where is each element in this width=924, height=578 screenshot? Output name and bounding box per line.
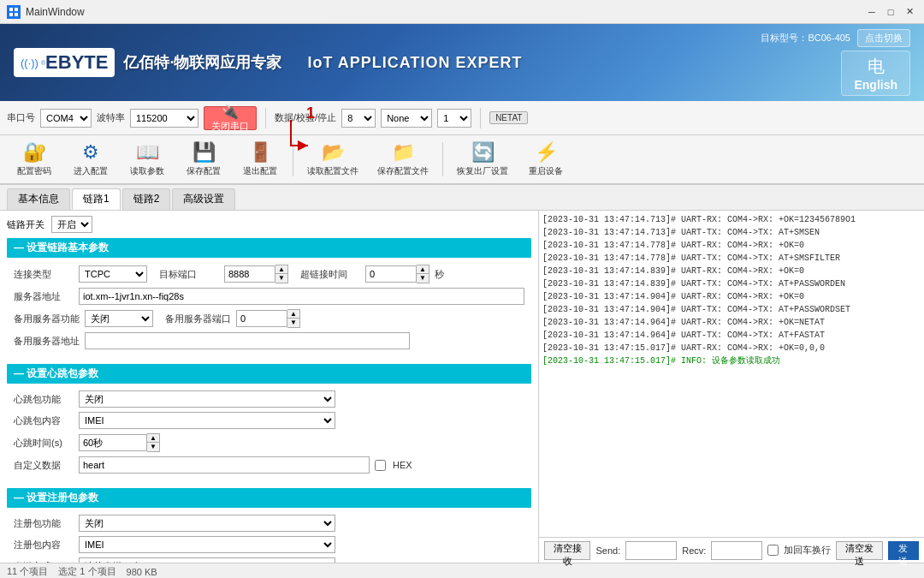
app-icon <box>7 5 21 19</box>
signal-icon: ((·)) <box>21 57 38 69</box>
left-panel: 链路开关 开启 关闭 — 设置链路基本参数 连接类型 TCPC 目标端口 ▲ <box>0 211 539 563</box>
stop-select[interactable]: 1 <box>437 109 471 128</box>
tab-advanced[interactable]: 高级设置 <box>172 188 235 210</box>
log-line: [2023-10-31 13:47:14.904]# UART-RX: COM4… <box>542 291 921 303</box>
section1-header: — 设置链路基本参数 <box>7 238 531 258</box>
netat-badge: NETAT <box>489 111 528 124</box>
timeout-input[interactable] <box>365 265 417 283</box>
heartbeat-content-select[interactable]: IMEI <box>79 412 335 429</box>
custom-data-label: 自定义数据 <box>14 459 74 472</box>
loopback-checkbox[interactable] <box>767 545 779 556</box>
timeout-spinner: ▲ ▼ <box>365 265 429 283</box>
send-method-row: 发送方式 连接发送一次 <box>14 557 524 563</box>
log-line: [2023-10-31 13:47:14.964]# UART-TX: COM4… <box>542 330 921 342</box>
custom-data-hex-checkbox[interactable] <box>375 460 386 471</box>
send-method-label: 发送方式 <box>14 560 74 563</box>
read-file-label: 读取配置文件 <box>307 165 358 177</box>
window-controls: ─ □ ✕ <box>864 4 917 20</box>
save-file-button[interactable]: 📁 保存配置文件 <box>369 139 437 180</box>
send-label: Send: <box>595 545 620 556</box>
connection-type-label: 连接类型 <box>14 268 74 281</box>
clear-recv-button[interactable]: 清空接收 <box>544 541 590 560</box>
send-method-select[interactable]: 连接发送一次 <box>79 557 335 563</box>
log-line: [2023-10-31 13:47:14.904]# UART-TX: COM4… <box>542 304 921 316</box>
read-file-button[interactable]: 📂 读取配置文件 <box>299 139 367 180</box>
logo-area: ((·)) ® EBYTE 亿佰特·物联网应用专家 IoT APPLICATIO… <box>14 48 523 77</box>
exit-config-button[interactable]: 🚪 退出配置 <box>233 139 287 180</box>
read-file-icon: 📂 <box>322 141 345 164</box>
target-port-up[interactable]: ▲ <box>275 265 287 274</box>
backup-port-btns: ▲ ▼ <box>287 309 300 328</box>
minimize-button[interactable]: ─ <box>864 4 880 20</box>
timeout-down[interactable]: ▼ <box>417 274 429 283</box>
target-port-input[interactable] <box>224 265 275 283</box>
close-port-btn-wrap: 🔌 关闭串口 <box>204 106 257 130</box>
tabs-area: 基本信息 链路1 链路2 高级设置 <box>0 185 924 211</box>
log-line: [2023-10-31 13:47:14.839]# UART-TX: COM4… <box>542 278 921 290</box>
reg-content-select[interactable]: IMEI <box>79 536 335 553</box>
reg-func-select[interactable]: 关闭 <box>79 515 335 532</box>
tab-basic-info[interactable]: 基本信息 <box>7 188 70 210</box>
send-button[interactable]: 发送 <box>888 541 919 560</box>
target-port-down[interactable]: ▼ <box>275 274 287 283</box>
target-port-label: 目标端口 <box>159 268 219 281</box>
heartbeat-func-select[interactable]: 关闭 <box>79 390 335 408</box>
custom-data-row: 自定义数据 HEX <box>14 456 524 474</box>
backup-port-input[interactable] <box>236 310 287 327</box>
enter-config-button[interactable]: ⚙ 进入配置 <box>63 139 118 180</box>
iot-label: IoT APPLICATION EXPERT <box>307 54 522 72</box>
status-items: 11 个项目 <box>7 565 48 578</box>
config-pwd-icon: 🔐 <box>23 141 46 164</box>
reg-func-row: 注册包功能 关闭 <box>14 515 524 532</box>
maximize-button[interactable]: □ <box>883 4 898 20</box>
tab-chain1[interactable]: 链路1 <box>72 188 121 210</box>
save-config-button[interactable]: 💾 保存配置 <box>176 139 231 180</box>
save-config-label: 保存配置 <box>187 165 221 177</box>
connection-type-select[interactable]: TCPC <box>79 265 147 283</box>
recv-input[interactable] <box>711 541 762 560</box>
close-button[interactable]: ✕ <box>902 4 917 20</box>
heartbeat-func-row: 心跳包功能 关闭 <box>14 390 524 408</box>
heartbeat-time-input[interactable] <box>79 434 147 451</box>
close-port-button[interactable]: 🔌 关闭串口 <box>204 106 257 130</box>
svg-rect-0 <box>9 8 13 11</box>
window-title: MainWindow <box>26 6 864 18</box>
restore-button[interactable]: 🔄 恢复出厂设置 <box>448 139 517 180</box>
status-size: 980 KB <box>127 567 157 577</box>
heartbeat-content-label: 心跳包内容 <box>14 414 74 427</box>
baud-label: 波特率 <box>97 111 125 124</box>
svg-rect-1 <box>15 8 18 11</box>
backup-server-select[interactable]: 关闭 <box>85 310 153 327</box>
send-input[interactable] <box>625 541 677 560</box>
custom-data-input[interactable] <box>79 456 370 474</box>
baud-select[interactable]: 115200 <box>130 109 198 128</box>
server-addr-input[interactable] <box>79 288 524 305</box>
read-params-button[interactable]: 📖 读取参数 <box>120 139 175 180</box>
log-line: [2023-10-31 13:47:14.839]# UART-RX: COM4… <box>542 265 921 277</box>
port-select[interactable]: COM4 <box>40 109 92 128</box>
lang-label: English <box>854 78 897 92</box>
heartbeat-time-up[interactable]: ▲ <box>147 434 159 443</box>
clear-send-button[interactable]: 清空发送 <box>836 541 882 560</box>
data-select[interactable]: 8 <box>341 109 376 128</box>
check-select[interactable]: None <box>381 109 432 128</box>
chain-switch-select[interactable]: 开启 关闭 <box>51 216 92 233</box>
switch-button[interactable]: 点击切换 <box>857 29 910 47</box>
backup-port-up[interactable]: ▲ <box>287 310 299 319</box>
backup-port-down[interactable]: ▼ <box>287 319 299 327</box>
target-label: 目标型号：BC06-405 <box>761 32 850 45</box>
timeout-up[interactable]: ▲ <box>417 265 429 274</box>
restart-button[interactable]: ⚡ 重启设备 <box>518 139 573 180</box>
titlebar: MainWindow ─ □ ✕ <box>0 0 924 24</box>
target-port-btns: ▲ ▼ <box>275 265 288 283</box>
tab-chain2[interactable]: 链路2 <box>122 188 171 210</box>
server-addr-label: 服务器地址 <box>14 290 74 303</box>
log-area: [2023-10-31 13:47:14.713]# UART-RX: COM4… <box>539 211 924 537</box>
lang-button[interactable]: 电 English <box>841 51 910 96</box>
backup-addr-input[interactable] <box>85 332 410 349</box>
read-params-label: 读取参数 <box>130 165 164 177</box>
heartbeat-time-down[interactable]: ▼ <box>147 443 159 451</box>
config-pwd-button[interactable]: 🔐 配置密码 <box>7 139 62 180</box>
restore-icon: 🔄 <box>471 141 495 164</box>
config-pwd-label: 配置密码 <box>17 165 51 177</box>
